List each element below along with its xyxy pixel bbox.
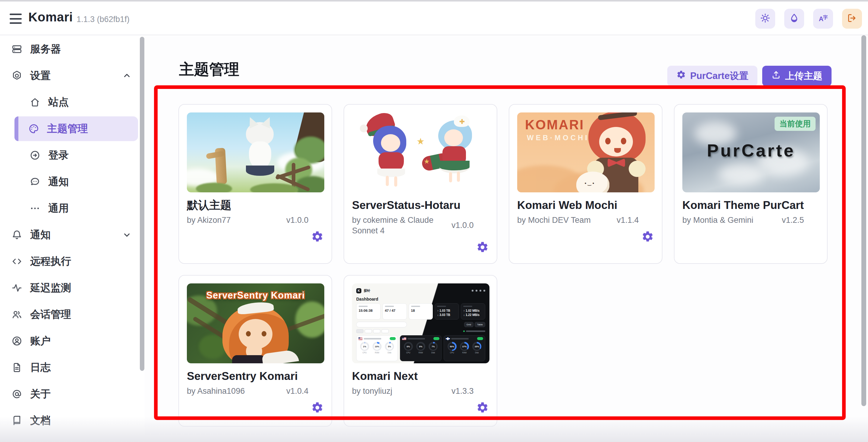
header-actions: A字 <box>755 9 862 29</box>
login-arrow-icon <box>30 150 40 161</box>
upload-theme-button[interactable]: 上传主题 <box>762 66 832 86</box>
mini-server-card: 1%CPU 10%RAM 5%Disk <box>356 335 398 361</box>
sidebar-item-label: 登录 <box>48 148 69 162</box>
gear-icon <box>676 70 686 82</box>
sidebar-item-remote-exec[interactable]: 远程执行 <box>0 248 145 275</box>
language-button[interactable]: A字 <box>813 9 833 29</box>
sidebar-item-label: 会话管理 <box>30 307 71 321</box>
theme-title: ServerStatus-Hotaru <box>352 199 489 212</box>
color-scheme-button[interactable] <box>784 9 804 29</box>
mini-logo: K <box>356 288 361 293</box>
sidebar-item-notify-settings[interactable]: 通知 <box>0 169 145 195</box>
sidebar-item-label: 关于 <box>30 387 51 401</box>
theme-settings-button[interactable] <box>476 401 489 414</box>
sidebar-item-theme-management[interactable]: 主题管理 <box>14 116 138 141</box>
activity-icon <box>11 283 22 293</box>
purcarte-settings-label: PurCarte设置 <box>690 70 748 82</box>
sidebar-toggle-button[interactable] <box>10 13 22 24</box>
sidebar-item-label: 文档 <box>30 414 51 428</box>
theme-author: by cokemine & Claude Sonnet 4 <box>352 215 452 236</box>
sidebar-item-general[interactable]: 通用 <box>0 195 145 222</box>
theme-title: ServerSentry Komari <box>187 370 324 383</box>
sidebar-item-label: 服务器 <box>30 42 61 56</box>
preview-brand-text: PurCarte <box>682 140 820 160</box>
mini-dashboard-title: Dashboard <box>356 297 485 301</box>
mini-brand: 探针 <box>364 289 370 293</box>
theme-author: by Asahina1096 <box>187 386 286 396</box>
preview-brand-subtext: WEB·MOCHI <box>527 134 589 142</box>
theme-version: v1.0.0 <box>452 221 474 230</box>
sidebar-scrollbar[interactable] <box>140 37 144 371</box>
chat-bubble-icon <box>30 176 40 187</box>
theme-meta: by Akizon77 v1.0.0 <box>187 215 324 226</box>
code-icon <box>11 256 22 267</box>
theme-card-default[interactable]: 默认主题 by Akizon77 v1.0.0 <box>179 104 332 264</box>
theme-card-purcarte[interactable]: PurCarte 当前使用 Komari Theme PurCart by Mo… <box>674 104 828 264</box>
server-icon <box>11 44 22 55</box>
theme-title: 默认主题 <box>187 199 324 212</box>
theme-settings-button[interactable] <box>311 230 324 243</box>
theme-version: v1.1.4 <box>617 215 639 225</box>
theme-title: Komari Next <box>352 370 489 383</box>
mini-server-card: 0%CPU 0%RAM 7%Disk <box>400 335 441 361</box>
theme-settings-button[interactable] <box>476 241 489 254</box>
theme-preview-image: ✚ ★ ★ <box>352 113 490 193</box>
theme-author: by Akizon77 <box>187 215 286 226</box>
at-sign-icon <box>11 389 22 400</box>
preview-brand-text: ServerSentry Komari <box>187 290 324 301</box>
theme-preview-image: PurCarte 当前使用 <box>682 113 820 193</box>
theme-version: v1.0.4 <box>286 386 309 396</box>
sidebar-item-notifications[interactable]: 通知 <box>0 222 145 248</box>
sidebar-item-label: 日志 <box>30 361 51 375</box>
theme-card-hotaru[interactable]: ✚ ★ ★ ServerStatus-Hotaru by cokemine & … <box>344 104 497 264</box>
logout-button[interactable] <box>842 9 862 29</box>
page-title: 主题管理 <box>179 59 239 80</box>
theme-settings-button[interactable] <box>641 230 654 243</box>
theme-meta: by tonyliuzj v1.3.3 <box>352 386 489 396</box>
book-icon <box>11 415 22 426</box>
theme-version: v1.0.0 <box>286 215 309 225</box>
theme-light-button[interactable] <box>755 9 775 29</box>
chevron-down-icon <box>122 230 131 239</box>
sidebar-item-session-management[interactable]: 会话管理 <box>0 301 145 328</box>
mini-search-input <box>356 322 407 327</box>
theme-preview-image: KOMARI WEB·MOCHI • ‿ • <box>517 113 655 193</box>
sidebar-item-settings[interactable]: 设置 <box>0 62 145 89</box>
theme-preview-image: K 探针 Dashboard 15:06:38 47 / 47 18 ↑ 1.0… <box>352 284 490 363</box>
sidebar-item-site[interactable]: 站点 <box>0 89 145 116</box>
theme-author: by Montia & Gemini <box>682 215 782 226</box>
droplet-icon <box>789 13 799 24</box>
palette-icon <box>28 123 39 134</box>
theme-grid: 默认主题 by Akizon77 v1.0.0 ✚ <box>179 104 828 426</box>
main-scrollbar[interactable] <box>861 35 866 406</box>
sidebar-item-about[interactable]: 关于 <box>0 381 145 407</box>
bell-icon <box>11 230 22 240</box>
chevron-up-icon <box>122 71 131 80</box>
sidebar-item-servers[interactable]: 服务器 <box>0 36 145 62</box>
theme-title: Komari Theme PurCart <box>682 199 819 212</box>
theme-preview-image: ServerSentry Komari <box>187 284 324 363</box>
sun-icon <box>760 13 770 24</box>
users-icon <box>11 309 22 320</box>
language-icon: A字 <box>818 13 828 24</box>
theme-settings-button[interactable] <box>311 401 324 414</box>
purcarte-settings-button[interactable]: PurCarte设置 <box>667 66 757 86</box>
sidebar-item-latency-monitor[interactable]: 延迟监测 <box>0 275 145 301</box>
app-logo: Komari <box>28 10 73 24</box>
sidebar-item-login[interactable]: 登录 <box>0 142 145 169</box>
sidebar-item-label: 账户 <box>30 334 51 348</box>
sidebar-item-docs[interactable]: 文档 <box>0 407 145 434</box>
sidebar-item-label: 通用 <box>48 201 69 215</box>
sidebar-item-logs[interactable]: 日志 <box>0 354 145 381</box>
theme-meta: by cokemine & Claude Sonnet 4 v1.0.0 <box>352 215 489 236</box>
app-window: Komari 1.1.3 (b62fb1f) A字 服务器 设置 <box>0 0 868 442</box>
theme-card-komari-next[interactable]: K 探针 Dashboard 15:06:38 47 / 47 18 ↑ 1.0… <box>344 275 497 426</box>
upload-theme-label: 上传主题 <box>785 70 823 82</box>
sidebar-item-label: 通知 <box>30 228 51 242</box>
mini-server-card: 50%CPU 37%RAM 35%Disk <box>444 335 485 361</box>
theme-card-mochi[interactable]: KOMARI WEB·MOCHI • ‿ • Komari Web Mochi … <box>509 104 662 264</box>
sidebar-item-label: 设置 <box>30 69 51 83</box>
sidebar-item-account[interactable]: 账户 <box>0 328 145 354</box>
theme-card-serversentry[interactable]: ServerSentry Komari ServerSentry Komari … <box>179 275 332 426</box>
theme-author: by Mochi DEV Team <box>517 215 617 226</box>
